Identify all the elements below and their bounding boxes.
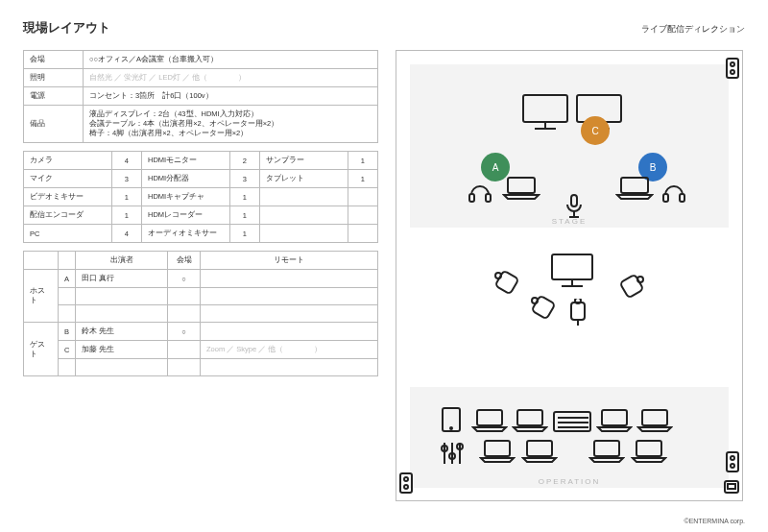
page-title: 現場レイアウト (23, 19, 110, 36)
svg-rect-22 (571, 302, 585, 320)
headset-icon (661, 180, 686, 205)
participant-name (76, 359, 168, 376)
microphone-icon (564, 193, 585, 220)
svg-rect-7 (621, 178, 648, 193)
camera-icon (565, 299, 590, 327)
laptop-icon (471, 408, 508, 433)
participant-idx: C (59, 341, 76, 359)
svg-rect-36 (517, 410, 542, 425)
participant-remote (201, 305, 378, 323)
laptop-icon (631, 439, 667, 464)
svg-rect-8 (469, 194, 474, 202)
svg-point-49 (731, 70, 734, 74)
svg-point-26 (637, 277, 643, 282)
svg-rect-9 (486, 194, 491, 202)
laptop-icon (479, 439, 516, 464)
svg-rect-0 (523, 95, 567, 122)
venue-table: 会場○○オフィス／A会議室（台車搬入可）照明自然光 ／ 蛍光灯 ／ LED灯 ／… (23, 50, 378, 143)
participant-idx (59, 305, 76, 323)
svg-point-23 (575, 299, 581, 303)
participant-venue (168, 359, 201, 376)
page-subtitle: ライブ配信ディレクション (641, 23, 745, 36)
equipment-table: カメラ4HDMIモニター2サンプラー1マイク3HDMI分配器3タブレット1ビデオ… (23, 151, 378, 243)
participant-idx (59, 359, 76, 376)
equip-name: HDMIキャプチャ (141, 188, 229, 206)
svg-rect-18 (495, 271, 519, 295)
venue-value: コンセント：3箇所 計6口（100v） (84, 87, 378, 106)
outlet-icon (398, 472, 414, 495)
laptop-icon (588, 439, 625, 464)
svg-point-52 (731, 464, 734, 468)
col-venue: 会場 (168, 252, 201, 270)
equip-name: ビデオミキサー (24, 188, 112, 206)
laptop-icon (521, 439, 558, 464)
camera-icon (617, 272, 646, 301)
participant-idx: A (59, 270, 76, 288)
headset-icon (468, 180, 492, 205)
participants-table: 出演者 会場 リモート ホストA田口 真行○ゲストB鈴木 先生○C加藤 先生Zo… (23, 251, 378, 376)
operation-zone: OPERATION (410, 387, 729, 488)
participant-name: 田口 真行 (76, 270, 168, 288)
equip-name: オーディオミキサー (141, 225, 229, 243)
participant-name (76, 305, 168, 323)
svg-point-19 (495, 273, 501, 278)
participant-name (76, 288, 168, 305)
svg-point-48 (731, 62, 734, 66)
equip-count: 2 (229, 152, 259, 170)
camera-icon (529, 293, 558, 322)
equip-name: 配信エンコーダ (24, 206, 112, 225)
svg-rect-12 (571, 195, 577, 206)
equip-name: HDMレコーダー (141, 206, 229, 225)
role-cell: ゲスト (24, 323, 59, 376)
svg-rect-20 (532, 296, 556, 320)
equip-count: 1 (229, 188, 259, 206)
svg-rect-43 (485, 441, 510, 456)
participant-name: 鈴木 先生 (76, 323, 168, 341)
laptop-icon (636, 408, 673, 433)
equip-name: HDMIモニター (141, 152, 229, 170)
svg-rect-10 (663, 194, 668, 202)
tablet-icon (441, 406, 462, 433)
monitor-icon (521, 93, 569, 132)
ethernet-icon (723, 479, 740, 495)
venue-label: 会場 (24, 51, 84, 69)
equip-name (259, 225, 348, 243)
equip-count: 1 (348, 152, 377, 170)
equip-name: カメラ (24, 152, 112, 170)
participant-remote (201, 323, 378, 341)
svg-rect-6 (508, 178, 535, 193)
svg-rect-57 (728, 484, 735, 489)
equip-count: 1 (111, 206, 141, 225)
outlet-icon (725, 450, 740, 473)
participant-remote (201, 359, 378, 376)
laptop-icon (615, 176, 654, 201)
copyright: ©ENTERMINA corp. (684, 518, 745, 524)
monitor-icon (550, 253, 594, 289)
participant-idx: B (59, 323, 76, 341)
equip-name: PC (24, 225, 112, 243)
keyboard-icon (552, 410, 592, 433)
participant-name: 加藤 先生 (76, 341, 168, 359)
col-remote: リモート (201, 252, 378, 270)
venue-label: 備品 (24, 106, 84, 143)
equip-name: HDMI分配器 (141, 170, 229, 188)
laptop-icon (596, 408, 633, 433)
participant-idx (59, 288, 76, 305)
equip-name: マイク (24, 170, 112, 188)
equip-count: 1 (229, 225, 259, 243)
svg-rect-45 (594, 441, 619, 456)
performer-badge-c: C (581, 116, 610, 145)
participant-venue (168, 288, 201, 305)
equip-count: 4 (111, 152, 141, 170)
venue-value: 液晶ディスプレイ：2台（43型、HDMI入力対応）会議テーブル：4本（出演者用×… (84, 106, 378, 143)
svg-point-55 (404, 485, 408, 489)
venue-value: 自然光 ／ 蛍光灯 ／ LED灯 ／ 他（ ） (84, 69, 378, 87)
stage-zone: STAGE A B C (410, 64, 729, 228)
svg-rect-11 (680, 194, 684, 202)
svg-rect-42 (642, 410, 667, 425)
equip-count: 1 (111, 188, 141, 206)
venue-value: ○○オフィス／A会議室（台車搬入可） (84, 51, 378, 69)
svg-point-51 (731, 456, 734, 460)
equip-name (259, 206, 348, 225)
participant-remote (201, 270, 378, 288)
